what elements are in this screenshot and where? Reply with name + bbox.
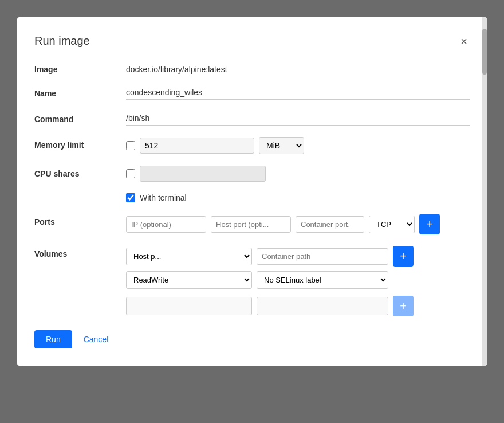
with-terminal-row: With terminal bbox=[126, 193, 470, 202]
cpu-shares-checkbox[interactable] bbox=[126, 169, 135, 178]
name-row: Name bbox=[34, 85, 470, 100]
command-row: Command bbox=[34, 111, 470, 126]
protocol-select[interactable]: TCP UDP bbox=[369, 216, 415, 233]
container-port-input[interactable] bbox=[296, 216, 364, 233]
memory-limit-label: Memory limit bbox=[34, 137, 126, 150]
volumes-controls: Host p... + ReadWrite ReadOnly No SELinu… bbox=[126, 246, 470, 316]
access-mode-select[interactable]: ReadWrite ReadOnly bbox=[126, 271, 252, 289]
image-row: Image docker.io/library/alpine:latest bbox=[34, 61, 470, 74]
cancel-button[interactable]: Cancel bbox=[81, 330, 111, 348]
partial-input-1[interactable] bbox=[126, 297, 252, 315]
footer-buttons: Run Cancel bbox=[34, 330, 470, 348]
partial-volumes-row: + bbox=[126, 296, 470, 316]
ports-controls: TCP UDP + bbox=[126, 214, 470, 234]
ports-label: Ports bbox=[34, 214, 126, 226]
memory-limit-row: Memory limit MiB GiB KiB bbox=[34, 137, 470, 154]
ip-input[interactable] bbox=[126, 216, 206, 233]
run-button[interactable]: Run bbox=[34, 330, 72, 348]
image-value: docker.io/library/alpine:latest bbox=[126, 61, 470, 74]
volumes-row: Volumes Host p... + ReadWrite ReadOnly N… bbox=[34, 246, 470, 316]
volumes-row-2: ReadWrite ReadOnly No SELinux label Shar… bbox=[126, 271, 470, 289]
memory-limit-spinner[interactable] bbox=[140, 138, 254, 154]
memory-unit-select[interactable]: MiB GiB KiB bbox=[259, 137, 304, 154]
container-path-input[interactable] bbox=[257, 248, 388, 265]
name-input[interactable] bbox=[126, 85, 470, 100]
add-port-button[interactable]: + bbox=[419, 214, 440, 234]
with-terminal-label: With terminal bbox=[140, 193, 187, 202]
dialog-header: Run image × bbox=[34, 34, 470, 48]
dialog-title: Run image bbox=[34, 34, 90, 48]
name-label: Name bbox=[34, 85, 126, 98]
scrollbar-track bbox=[482, 17, 487, 366]
add-volume-button[interactable]: + bbox=[393, 246, 414, 267]
volumes-label: Volumes bbox=[34, 246, 126, 258]
run-image-dialog: Run image × Image docker.io/library/alpi… bbox=[17, 17, 487, 366]
partial-input-2[interactable] bbox=[257, 297, 388, 315]
close-button[interactable]: × bbox=[458, 36, 470, 47]
cpu-shares-controls bbox=[126, 166, 266, 182]
partial-add-button[interactable]: + bbox=[393, 296, 414, 316]
with-terminal-checkbox[interactable] bbox=[126, 193, 135, 202]
host-path-select[interactable]: Host p... bbox=[126, 248, 252, 265]
memory-limit-controls: MiB GiB KiB bbox=[126, 137, 304, 154]
command-label: Command bbox=[34, 111, 126, 124]
cpu-shares-spinner[interactable] bbox=[140, 166, 266, 182]
scrollbar-thumb[interactable] bbox=[482, 29, 487, 75]
cpu-shares-row: CPU shares bbox=[34, 166, 470, 182]
selinux-select[interactable]: No SELinux label Shared Private Unbind bbox=[257, 271, 388, 289]
ports-row: Ports TCP UDP + bbox=[34, 214, 470, 234]
command-input[interactable] bbox=[126, 111, 470, 126]
memory-limit-checkbox[interactable] bbox=[126, 141, 135, 150]
image-label: Image bbox=[34, 61, 126, 74]
volumes-row-1: Host p... + bbox=[126, 246, 470, 267]
host-port-input[interactable] bbox=[211, 216, 291, 233]
cpu-shares-label: CPU shares bbox=[34, 166, 126, 178]
